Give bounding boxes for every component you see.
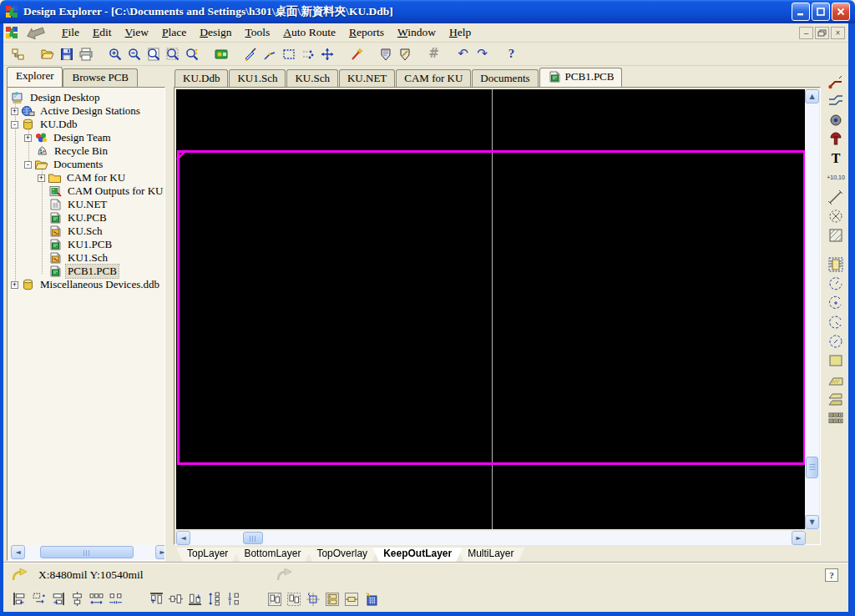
system-menu-icon[interactable]	[5, 26, 18, 39]
wizard-icon[interactable]	[347, 44, 366, 63]
align-top-icon[interactable]	[147, 589, 166, 608]
tree-item-pcb1-pcb[interactable]: PCB1.PCB	[48, 265, 119, 278]
menu-window[interactable]: Window	[391, 24, 443, 41]
cross-probe-arrow-icon[interactable]	[12, 568, 30, 582]
expand-toggle[interactable]: +	[38, 174, 45, 182]
toggle-explorer-panel-icon[interactable]	[8, 44, 28, 63]
expand-toggle[interactable]: -	[24, 161, 32, 169]
close-button[interactable]	[832, 3, 850, 21]
title-bar[interactable]: Design Explorer - [C:\Documents and Sett…	[0, 0, 855, 23]
tree-item-active-design-stations[interactable]: + Active Design Stations	[11, 104, 142, 118]
menu-tools[interactable]: Tools	[238, 24, 276, 41]
tree-item-cam-outputs-for-ku[interactable]: CAM Outputs for KU	[48, 184, 164, 198]
layer-tab-toplayer[interactable]: TopLayer	[176, 548, 239, 562]
align-left-icon[interactable]	[10, 589, 29, 608]
tree-item-cam-for-ku[interactable]: + CAM for KU	[38, 171, 127, 184]
center-vertical-icon[interactable]	[166, 589, 185, 608]
doc-tab-ku-net[interactable]: KU.NET	[339, 69, 395, 87]
scroll-left-icon[interactable]: ◄	[11, 545, 25, 559]
arc-angle-icon[interactable]	[826, 312, 846, 331]
doc-tab-ku-sch[interactable]: KU.Sch	[286, 69, 338, 87]
open-document-icon[interactable]	[38, 44, 57, 63]
expand-toggle[interactable]: +	[24, 134, 32, 142]
tree-item-recycle-bin[interactable]: Recycle Bin	[35, 144, 109, 158]
place-room-icon[interactable]	[826, 206, 846, 225]
doc-tab-documents[interactable]: Documents	[472, 69, 538, 87]
tree-item-ku-sch[interactable]: KU.Sch	[48, 225, 104, 238]
move-to-grid-icon[interactable]	[29, 589, 48, 608]
select-area-icon[interactable]	[279, 44, 298, 63]
multiple-traces-icon[interactable]	[826, 91, 846, 110]
scroll-left-icon[interactable]: ◄	[176, 531, 190, 545]
undo-icon[interactable]: ↶	[453, 44, 473, 63]
mdi-close-button[interactable]: ×	[831, 27, 845, 39]
tree-item-ku-ddb[interactable]: - KU.Ddb	[11, 118, 78, 131]
scrollbar-thumb[interactable]	[243, 532, 263, 544]
place-fill-hatched-icon[interactable]	[826, 225, 846, 245]
print-icon[interactable]	[76, 44, 95, 63]
interactive-routing-icon[interactable]	[826, 72, 846, 91]
space-equal-vertical-icon[interactable]	[224, 589, 243, 608]
align-right-icon[interactable]	[48, 589, 68, 608]
mdi-restore-button[interactable]	[815, 27, 829, 39]
center-horizontal-icon[interactable]	[68, 589, 87, 608]
scroll-down-icon[interactable]: ▼	[805, 515, 819, 529]
place-component-icon[interactable]	[826, 255, 846, 274]
place-dimension-icon[interactable]	[826, 187, 846, 206]
mdi-minimize-button[interactable]: –	[799, 27, 813, 39]
tree-item-ku1-sch[interactable]: KU1.Sch	[48, 251, 109, 265]
arc-edge-icon[interactable]	[826, 274, 846, 293]
tree-item-ku-net[interactable]: KU.NET	[48, 198, 109, 211]
place-coordinate-icon[interactable]: +10,10	[826, 168, 846, 187]
scroll-up-icon[interactable]: ▲	[805, 89, 819, 104]
zoom-area-icon[interactable]	[163, 44, 182, 63]
layer-tab-keepoutlayer[interactable]: KeepOutLayer	[372, 548, 463, 562]
polygon-plane-icon[interactable]	[826, 370, 846, 389]
down-arrow-icon[interactable]	[25, 27, 47, 39]
redo-icon[interactable]: ↷	[473, 44, 492, 63]
doc-tab-pcb1-pcb[interactable]: PCB1.PCB	[539, 68, 623, 87]
menu-reports[interactable]: Reports	[342, 24, 391, 41]
space-equal-horizontal-icon[interactable]	[106, 589, 125, 608]
help-bubble-icon[interactable]: ?	[825, 568, 838, 582]
zoom-in-icon[interactable]	[105, 44, 124, 63]
expand-toggle[interactable]: +	[11, 108, 18, 115]
expand-toggle[interactable]: -	[11, 121, 18, 129]
toggle-grid-icon[interactable]: #	[424, 44, 443, 63]
doc-tab-ku1-sch[interactable]: KU1.Sch	[229, 69, 286, 87]
full-circle-icon[interactable]	[826, 331, 846, 351]
save-icon[interactable]	[57, 44, 76, 63]
zoom-out-icon[interactable]	[124, 44, 144, 63]
place-component-button-icon[interactable]	[341, 589, 361, 608]
place-pad-icon[interactable]	[826, 110, 846, 129]
tree-item-documents[interactable]: - Documents	[24, 158, 104, 171]
help-icon[interactable]: ?	[502, 44, 521, 63]
setup-drc-icon[interactable]	[395, 44, 414, 63]
clear-selection-icon[interactable]	[298, 44, 317, 63]
scroll-right-icon[interactable]: ►	[155, 545, 165, 559]
scrollbar-thumb[interactable]	[806, 457, 818, 478]
online-drc-icon[interactable]	[376, 44, 395, 63]
doc-tab-ku-ddb[interactable]: KU.Ddb	[175, 69, 228, 87]
tree-horizontal-scrollbar[interactable]: ◄ ►	[11, 545, 165, 559]
tab-browse-pcb[interactable]: Browse PCB	[63, 68, 138, 88]
tree-item-design-team[interactable]: + Design Team	[24, 131, 113, 144]
draw-line-icon[interactable]	[260, 44, 279, 63]
layer-tab-bottomlayer[interactable]: BottomLayer	[233, 548, 311, 562]
zoom-selection-icon[interactable]	[182, 44, 201, 63]
menu-auto-route[interactable]: Auto Route	[276, 24, 342, 41]
arrange-outside-board-icon[interactable]	[284, 589, 303, 608]
slice-tracks-icon[interactable]	[240, 44, 260, 63]
canvas-horizontal-scrollbar[interactable]: ◄ ►	[176, 531, 806, 545]
maximize-button[interactable]	[812, 3, 830, 21]
menu-file[interactable]: File	[55, 24, 86, 41]
menu-edit[interactable]: Edit	[86, 24, 119, 41]
move-object-icon[interactable]	[317, 44, 336, 63]
shove-components-icon[interactable]	[303, 589, 322, 608]
menu-place[interactable]: Place	[155, 24, 193, 41]
layer-tab-topoverlay[interactable]: TopOverlay	[306, 548, 378, 562]
align-bottom-icon[interactable]	[185, 589, 205, 608]
canvas-vertical-scrollbar[interactable]: ▲ ▼	[805, 89, 819, 529]
tab-explorer[interactable]: Explorer	[7, 67, 63, 87]
pad-array-icon[interactable]	[826, 408, 846, 427]
